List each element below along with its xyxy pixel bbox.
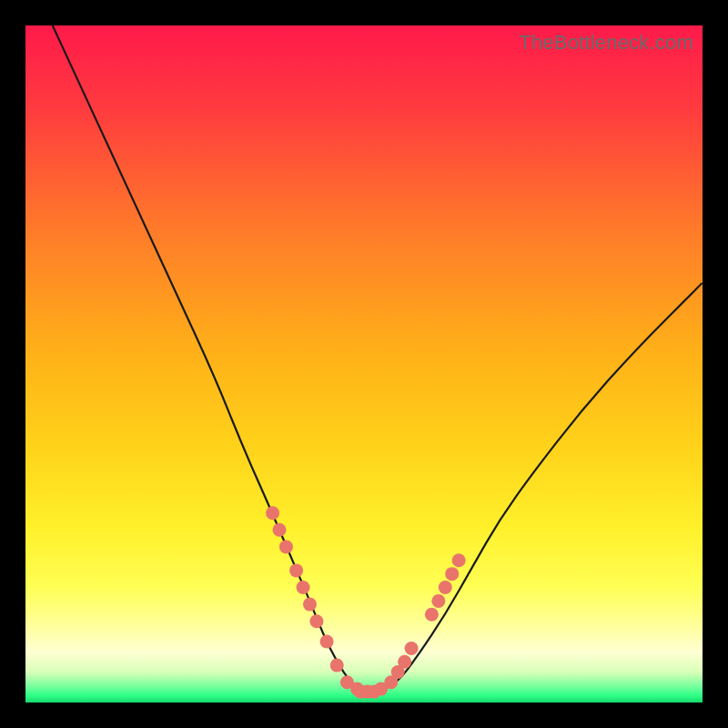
- plot-frame: TheBottleneck.com: [25, 25, 703, 703]
- data-dot: [452, 553, 466, 567]
- data-dot: [279, 540, 293, 553]
- data-dot: [398, 655, 411, 669]
- data-dot: [445, 567, 459, 581]
- data-dot: [303, 598, 317, 612]
- data-dot: [439, 581, 452, 594]
- data-dot: [266, 506, 279, 520]
- curve-layer: [53, 25, 703, 693]
- data-dot: [330, 659, 344, 672]
- data-dot: [405, 642, 419, 655]
- data-dot: [309, 614, 323, 628]
- data-dot: [289, 563, 303, 577]
- chart-svg: [25, 25, 703, 703]
- data-dot: [297, 581, 310, 594]
- data-dot: [425, 608, 439, 622]
- dots-layer: [266, 506, 466, 698]
- bottleneck-curve: [53, 25, 703, 693]
- data-dot: [273, 523, 287, 537]
- data-dot: [320, 635, 334, 649]
- data-dot: [431, 594, 445, 608]
- data-dot: [368, 685, 381, 699]
